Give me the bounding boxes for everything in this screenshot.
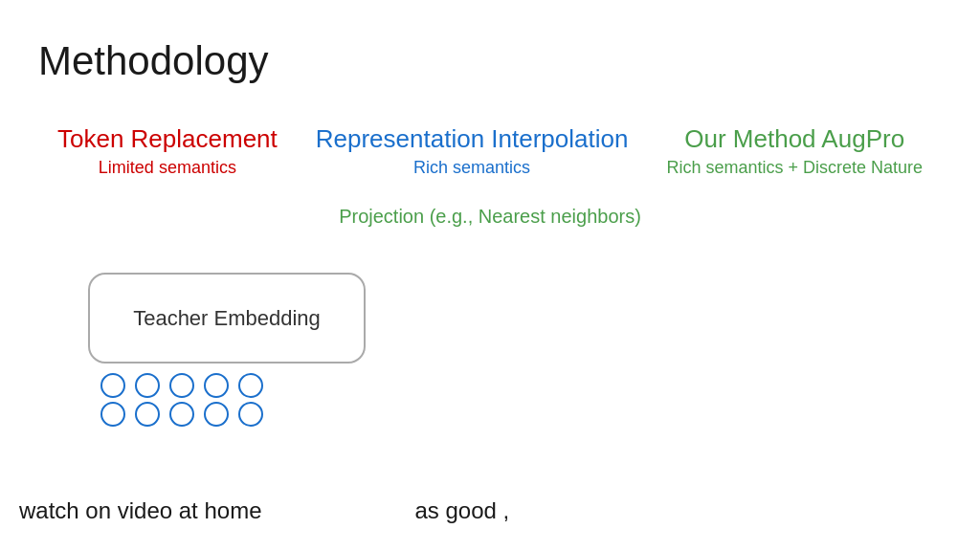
method-representation-interpolation: Representation Interpolation Rich semant…	[316, 124, 629, 178]
projection-text: Projection (e.g., Nearest neighbors)	[0, 206, 980, 228]
methods-row: Token Replacement Limited semantics Repr…	[0, 124, 980, 178]
teacher-embedding-box: Teacher Embedding	[88, 273, 366, 364]
token-group-4	[204, 373, 229, 427]
method-our-method: Our Method AugPro Rich semantics + Discr…	[666, 124, 923, 178]
token-replacement-subtitle: Limited semantics	[99, 158, 236, 178]
token-circle	[100, 402, 125, 427]
token-circle	[238, 373, 263, 398]
teacher-embedding-label: Teacher Embedding	[133, 306, 321, 331]
token-circle	[169, 373, 194, 398]
bottom-text-left: watch on video at home	[19, 497, 262, 524]
our-method-subtitle: Rich semantics + Discrete Nature	[666, 158, 923, 178]
token-circle	[204, 373, 229, 398]
token-group-1	[100, 373, 125, 427]
page-title: Methodology	[38, 38, 269, 84]
method-token-replacement: Token Replacement Limited semantics	[57, 124, 278, 178]
token-circle	[135, 373, 160, 398]
repr-interpolation-title: Representation Interpolation	[316, 124, 629, 154]
bottom-text-right: as good ,	[415, 497, 510, 524]
token-replacement-title: Token Replacement	[57, 124, 278, 154]
bottom-text-row: watch on video at home as good ,	[0, 497, 980, 524]
repr-interpolation-subtitle: Rich semantics	[413, 158, 530, 178]
token-group-5	[238, 373, 263, 427]
token-group-2	[135, 373, 160, 427]
tokens-row	[100, 373, 263, 427]
token-group-3	[169, 373, 194, 427]
token-circle	[135, 402, 160, 427]
token-circle	[238, 402, 263, 427]
token-circle	[169, 402, 194, 427]
our-method-title: Our Method AugPro	[684, 124, 904, 154]
token-circle	[204, 402, 229, 427]
token-circle	[100, 373, 125, 398]
